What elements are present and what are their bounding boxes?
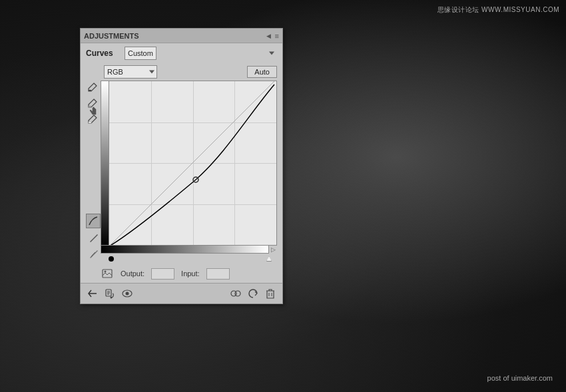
eyedropper-white-tool[interactable] <box>86 112 99 126</box>
input-value[interactable] <box>206 268 230 280</box>
curve-display-area <box>101 81 277 246</box>
y-gradient <box>101 81 109 246</box>
clip-icon[interactable] <box>229 287 242 300</box>
output-value[interactable] <box>151 268 174 280</box>
input-label: Input: <box>181 270 200 278</box>
smooth-tool[interactable] <box>87 247 100 260</box>
delete-icon[interactable] <box>264 287 277 300</box>
visibility-icon[interactable] <box>121 287 134 300</box>
curve-canvas[interactable] <box>109 81 277 246</box>
bottom-toolbar <box>81 283 282 303</box>
svg-point-6 <box>105 271 107 273</box>
svg-rect-0 <box>89 90 91 91</box>
adjustments-panel: ADJUSTMENTS ◀ ≡ Curves Custom RGB R <box>80 28 283 304</box>
output-input-row: Output: Input: <box>81 264 282 283</box>
panel-title-controls: ◀ ≡ <box>265 32 279 40</box>
svg-line-3 <box>109 81 274 245</box>
x-gradient <box>101 246 269 254</box>
output-label: Output: <box>121 270 144 278</box>
preset-select-wrapper: Custom <box>125 47 277 60</box>
curves-header: Curves Custom <box>81 43 282 63</box>
curve-section: ▷ <box>81 81 282 263</box>
white-point-triangle[interactable] <box>266 256 272 262</box>
x-axis-row: ▷ <box>101 246 277 254</box>
eyedropper-gray-tool[interactable] <box>86 97 99 110</box>
black-point[interactable] <box>109 256 114 262</box>
channel-select-wrapper: RGB Red Green Blue <box>104 65 157 79</box>
eyedropper-black-tool[interactable] <box>86 81 99 94</box>
back-arrow-icon[interactable] <box>86 287 99 300</box>
image-icon[interactable] <box>101 267 114 280</box>
svg-rect-5 <box>103 270 112 278</box>
curve-tool[interactable] <box>86 214 101 228</box>
menu-button[interactable]: ≡ <box>275 32 279 40</box>
svg-point-8 <box>111 297 113 299</box>
svg-point-10 <box>126 292 129 295</box>
svg-rect-1 <box>89 106 91 107</box>
panel-title-left: ADJUSTMENTS <box>84 32 139 40</box>
channel-select[interactable]: RGB Red Green Blue <box>104 65 157 79</box>
triangle-icon: ▷ <box>269 246 277 254</box>
pencil-tool[interactable] <box>87 231 100 244</box>
preset-select-arrow <box>269 52 274 55</box>
left-tools <box>86 81 99 126</box>
svg-point-12 <box>235 291 240 296</box>
refresh-icon[interactable] <box>246 287 260 300</box>
curves-label: Curves <box>86 49 119 58</box>
svg-rect-2 <box>89 122 91 123</box>
point-controls <box>109 255 277 263</box>
lower-left-tools <box>86 214 101 260</box>
panel-titlebar: ADJUSTMENTS ◀ ≡ <box>81 29 282 43</box>
watermark-top: 思缘设计论坛 WWW.MISSYUAN.COM <box>437 5 559 15</box>
history-brush-icon[interactable] <box>103 287 117 300</box>
panel-title: ADJUSTMENTS <box>84 32 139 40</box>
auto-button[interactable]: Auto <box>247 66 277 78</box>
curve-svg <box>109 81 276 245</box>
watermark-bottom: post of uimaker.com <box>487 374 553 382</box>
collapse-button[interactable]: ◀ <box>265 32 273 40</box>
channel-row: RGB Red Green Blue Auto <box>81 63 282 81</box>
preset-select[interactable]: Custom <box>125 47 156 60</box>
